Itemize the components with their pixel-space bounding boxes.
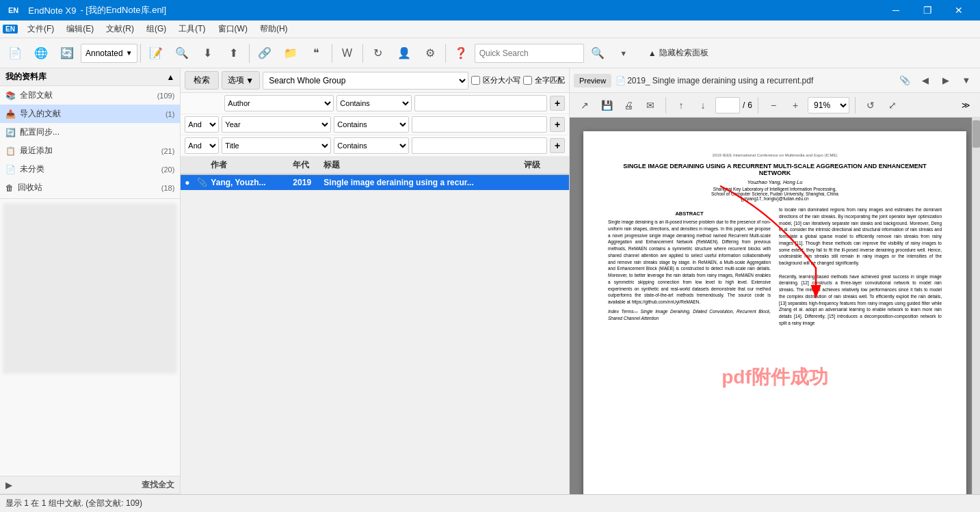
title-bar-left: EN EndNote X9 - [我的EndNote库.enl] — [5, 4, 166, 16]
row-status: ● — [185, 178, 197, 187]
menu-references[interactable]: 文献(R) — [101, 22, 140, 36]
filter-1-value[interactable] — [414, 95, 547, 111]
more-btn[interactable]: ⚙ — [418, 41, 442, 66]
pdf-viewer-toolbar: ↗ 💾 🖨 ✉ ↑ ↓ 1 / 6 − + 91% 75% 100% 125% … — [570, 93, 980, 118]
right-col-text: to locate rain dominated regions from ra… — [779, 206, 942, 327]
sync-btn[interactable]: 🔄 — [55, 41, 79, 66]
sidebar-item-trash[interactable]: 🗑 回收站 (18) — [0, 178, 180, 197]
minimize-btn[interactable]: ─ — [880, 0, 912, 21]
word-btn[interactable]: W — [335, 41, 360, 66]
import-btn[interactable]: ⬇ — [196, 41, 220, 66]
case-sensitive-checkbox[interactable] — [471, 76, 480, 85]
option-btn[interactable]: 选项 ▼ — [222, 71, 260, 90]
collapse-icon[interactable]: ▲ — [166, 72, 174, 82]
online-search-btn[interactable]: 🌐 — [29, 41, 53, 66]
filter-2-value[interactable] — [412, 116, 547, 133]
filter-1-op[interactable]: Contains — [336, 95, 412, 111]
filter-3-logic[interactable]: And — [185, 137, 219, 154]
rotate-btn2[interactable]: ↺ — [861, 96, 880, 115]
new-btn[interactable]: 📄 — [3, 41, 27, 66]
filter-3-field[interactable]: Title — [222, 137, 331, 154]
rotate-cw-btn[interactable]: ↑ — [672, 96, 691, 115]
zoom-select[interactable]: 91% 75% 100% 125% — [808, 97, 849, 113]
whole-word-checkbox[interactable] — [523, 76, 532, 85]
filter-2-op[interactable]: Contains — [334, 116, 409, 133]
help-btn[interactable]: ❓ — [449, 41, 473, 66]
zoom-in-btn[interactable]: + — [786, 96, 805, 115]
menu-help[interactable]: 帮助(H) — [254, 22, 293, 36]
hide-panel-btn[interactable]: ▲ 隐藏检索面板 — [643, 44, 714, 62]
quick-search-input[interactable] — [479, 49, 579, 58]
scroll-thumb[interactable] — [972, 120, 980, 148]
sidebar-item-sync[interactable]: 🔄 配置同步... — [0, 123, 180, 142]
quote-btn[interactable]: ❝ — [304, 41, 329, 66]
left-sidebar: 我的资料库 ▲ 📚 全部文献 (109) 📥 导入的文献 (1) 🔄 配置同步.… — [0, 68, 181, 494]
sidebar-item-uncat[interactable]: 📄 未分类 (20) — [0, 160, 180, 178]
table-row[interactable]: ● 📎 Yang, Youzh... 2019 Single image der… — [181, 175, 569, 191]
filter-2-field[interactable]: Year — [222, 116, 331, 133]
zoom-out-btn[interactable]: − — [764, 96, 783, 115]
search-go-btn[interactable]: 🔍 — [585, 41, 610, 66]
page-number-input[interactable]: 1 — [715, 97, 740, 113]
file-name: - [我的EndNote库.enl] — [80, 4, 166, 16]
close-btn[interactable]: ✕ — [943, 0, 975, 21]
folder-btn[interactable]: 📁 — [278, 41, 303, 66]
right-expand-btn[interactable]: ≫ — [962, 100, 970, 110]
app-title: EndNote X9 — [28, 5, 76, 16]
middle-panel: 检索 选项 ▼ Search Whole Group 区分大小写 全字匹配 Au… — [181, 68, 570, 494]
quick-search-box[interactable] — [475, 44, 584, 63]
filter-1-add-btn[interactable]: + — [550, 96, 565, 111]
pdf-scrollbar[interactable] — [972, 118, 980, 494]
filter-row-2: And Year Contains + — [181, 114, 569, 135]
sidebar-item-recent[interactable]: 📋 最近添加 (21) — [0, 142, 180, 160]
sidebar-item-all[interactable]: 📚 全部文献 (109) — [0, 86, 180, 105]
new-ref-btn[interactable]: 📝 — [144, 41, 168, 66]
menu-groups[interactable]: 组(G) — [141, 22, 172, 36]
abstract-text: Single image deraining is an ill-posed i… — [608, 219, 771, 306]
export-btn[interactable]: ⬆ — [222, 41, 246, 66]
menu-tools[interactable]: 工具(T) — [173, 22, 211, 36]
col-header-title[interactable]: 标题 — [323, 159, 524, 171]
sidebar-header: 我的资料库 ▲ — [0, 68, 180, 86]
filter-2-add-btn[interactable]: + — [550, 117, 565, 132]
row-title: Single image deraining using a recur... — [323, 178, 524, 187]
viewer-sep3 — [855, 97, 856, 113]
main-layout: 我的资料库 ▲ 📚 全部文献 (109) 📥 导入的文献 (1) 🔄 配置同步.… — [0, 68, 980, 494]
next-tab-btn[interactable]: ▶ — [936, 71, 955, 90]
sep5 — [445, 44, 446, 63]
filter-3-op[interactable]: Contains — [334, 137, 409, 154]
find-full-text-header[interactable]: ▶ 查找全文 — [0, 476, 180, 494]
restore-btn[interactable]: ❐ — [912, 0, 943, 21]
filter-2-logic[interactable]: And — [185, 116, 219, 133]
filter-1-field[interactable]: Author — [224, 95, 334, 111]
search-where-dropdown[interactable]: Search Whole Group — [263, 72, 468, 90]
col-header-year[interactable]: 年代 — [293, 159, 323, 171]
sidebar-item-imported[interactable]: 📥 导入的文献 (1) — [0, 105, 180, 123]
search-btn[interactable]: 🔍 — [170, 41, 194, 66]
filter-3-add-btn[interactable]: + — [550, 138, 565, 153]
filter-3-value[interactable] — [412, 137, 547, 154]
rotate-ccw-btn[interactable]: ↓ — [693, 96, 713, 115]
search-options-btn[interactable]: ▼ — [611, 41, 636, 66]
group-filter-dropdown[interactable]: Annotated ▼ — [81, 44, 137, 63]
fullscreen-btn[interactable]: ⤢ — [883, 96, 902, 115]
search-execute-btn[interactable]: 检索 — [185, 71, 219, 90]
prev-tab-btn[interactable]: ◀ — [916, 71, 935, 90]
link-btn[interactable]: 🔗 — [252, 41, 277, 66]
col-header-rating[interactable]: 评级 — [524, 159, 565, 171]
menu-file[interactable]: 文件(F) — [22, 22, 59, 36]
col-header-author[interactable]: 作者 — [211, 159, 293, 171]
pdf-content[interactable]: 2019 IEEE International Conference on Mu… — [570, 118, 980, 494]
menu-edit[interactable]: 编辑(E) — [61, 22, 99, 36]
page-of: / — [743, 100, 745, 110]
preview-tab[interactable]: Preview — [574, 74, 611, 87]
save-btn[interactable]: 💾 — [597, 96, 616, 115]
refresh-btn[interactable]: ↻ — [366, 41, 390, 66]
print-btn[interactable]: 🖨 — [619, 96, 638, 115]
add-user-btn[interactable]: 👤 — [392, 41, 416, 66]
attach-btn[interactable]: 📎 — [895, 71, 914, 90]
menu-window[interactable]: 窗口(W) — [213, 22, 253, 36]
open-external-btn[interactable]: ↗ — [575, 96, 594, 115]
email-btn[interactable]: ✉ — [641, 96, 660, 115]
tab-menu-btn[interactable]: ▼ — [957, 71, 976, 90]
